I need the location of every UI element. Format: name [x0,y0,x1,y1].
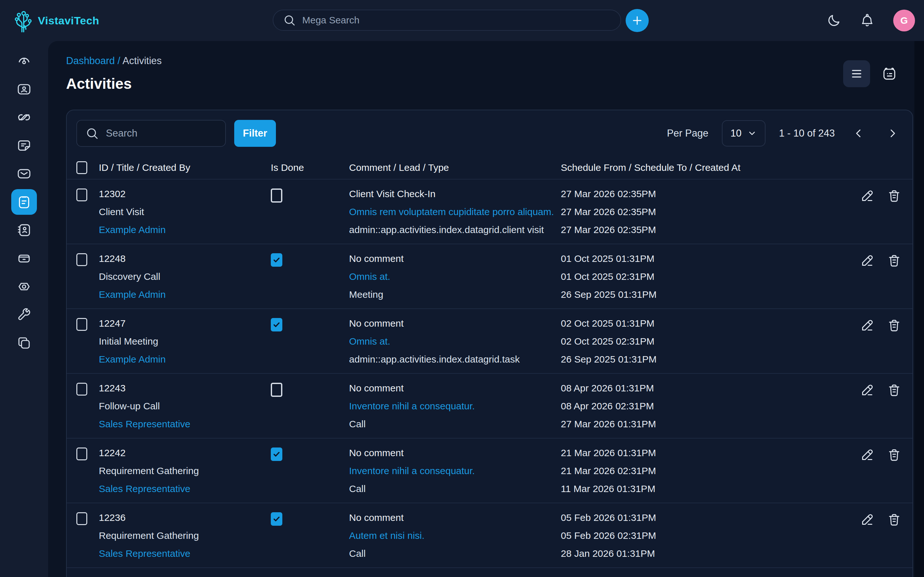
row-select-checkbox[interactable] [76,318,87,331]
list-view-button[interactable] [843,60,870,87]
activity-title: Client Visit [99,206,271,218]
activity-title: Follow-up Call [99,401,271,412]
created-by-link[interactable]: Sales Representative [99,419,271,430]
chevron-right-icon [887,127,898,139]
edit-button[interactable] [860,448,875,462]
datagrid-search-input[interactable]: Search [76,120,226,147]
is-done-checkbox[interactable] [271,512,282,526]
created-by-link[interactable]: Example Admin [99,289,271,300]
scrollbar-track[interactable] [914,41,924,577]
brand-name: VistaviTech [38,15,99,27]
is-done-checkbox[interactable] [271,448,282,461]
breadcrumb: Dashboard / Activities [66,55,162,67]
brand-logo[interactable]: VistaviTech [0,8,180,33]
activity-id: 12247 [99,318,271,329]
activity-comment: No comment [349,253,561,264]
edit-button[interactable] [860,512,875,527]
schedule-cell: 27 Mar 2026 02:35PM 27 Mar 2026 02:35PM … [561,189,816,235]
lead-link[interactable]: Inventore nihil a consequatur. [349,466,561,476]
created-by-link[interactable]: Sales Representative [99,548,271,559]
top-bar: VistaviTech Mega Search [0,0,924,41]
delete-button[interactable] [887,512,901,527]
sidebar-item-mail[interactable] [11,161,37,187]
delete-button[interactable] [887,189,901,203]
main-content: Dashboard / Activities Activities [48,41,924,577]
comment-lead-type-cell: Client Visit Check-In Omnis rem voluptat… [349,189,561,235]
trash-icon [887,318,901,333]
schedule-cell: 02 Oct 2025 01:31PM 02 Oct 2025 02:31PM … [561,318,816,365]
quick-create-button[interactable] [626,9,649,32]
is-done-checkbox[interactable] [271,253,282,267]
is-done-cell [271,189,349,204]
edit-button[interactable] [860,189,875,203]
previous-page-button[interactable] [848,127,869,139]
lead-link[interactable]: Omnis at. [349,336,561,347]
created-by-link[interactable]: Example Admin [99,354,271,365]
settings-icon [16,279,32,294]
per-page-select[interactable]: 10 [722,120,766,147]
lead-link[interactable]: Omnis at. [349,271,561,282]
column-header: Is Done [271,162,349,173]
sidebar-item-products[interactable] [11,245,37,271]
row-select-checkbox[interactable] [76,189,87,201]
activity-type: Call [349,548,561,559]
activity-type: Call [349,484,561,494]
row-select-checkbox[interactable] [76,512,87,525]
breadcrumb-current: Activities [123,55,162,66]
sidebar-item-notes[interactable] [11,133,37,158]
table-row: 12243 Follow-up Call Sales Representativ… [67,373,913,438]
delete-button[interactable] [887,383,901,398]
filter-button[interactable]: Filter [234,120,276,147]
row-select-checkbox[interactable] [76,383,87,396]
created-by-link[interactable]: Sales Representative [99,484,271,494]
lead-link[interactable]: Autem et nisi nisi. [349,530,561,541]
edit-button[interactable] [860,383,875,398]
activity-id: 12243 [99,383,271,394]
pencil-icon [860,253,875,268]
sidebar-item-quotes[interactable] [11,105,37,130]
is-done-checkbox[interactable] [271,383,282,397]
select-all-checkbox[interactable] [76,161,87,174]
column-header: Comment / Lead / Type [349,162,561,173]
lead-link[interactable]: Omnis rem voluptatem cupiditate porro al… [349,206,561,218]
activity-type: admin::app.activities.index.datagrid.cli… [349,224,561,235]
pagination-controls: Per Page 10 1 - 10 of 243 [667,120,903,147]
dark-mode-toggle[interactable] [827,13,841,28]
pencil-icon [860,512,875,527]
lead-link[interactable]: Inventore nihil a consequatur. [349,401,561,412]
created-by-link[interactable]: Example Admin [99,224,271,235]
table-row: 12248 Discovery Call Example Admin No co… [67,243,913,308]
sidebar-item-dashboard[interactable] [11,48,37,74]
mega-search-input[interactable]: Mega Search [273,10,621,31]
notes-icon [16,138,32,153]
row-actions [816,253,903,268]
row-select-checkbox[interactable] [76,253,87,266]
notifications-button[interactable] [860,13,875,28]
edit-button[interactable] [860,253,875,268]
next-page-button[interactable] [882,127,903,139]
breadcrumb-dashboard-link[interactable]: Dashboard / [66,55,120,66]
sidebar-item-data-transfer[interactable] [11,330,37,356]
sidebar-item-contacts[interactable] [11,218,37,243]
edit-button[interactable] [860,318,875,333]
sidebar-item-leads[interactable] [11,76,37,102]
row-actions [816,512,903,527]
delete-button[interactable] [887,318,901,333]
row-select-checkbox[interactable] [76,448,87,460]
table-row: 12236 Requirement Gathering Sales Repres… [67,503,913,567]
is-done-checkbox[interactable] [271,318,282,332]
sidebar-item-activities[interactable] [11,189,37,215]
is-done-checkbox[interactable] [271,189,282,203]
mail-icon [16,166,32,181]
calendar-view-button[interactable] [876,60,903,87]
sidebar-item-configuration[interactable] [11,302,37,327]
delete-button[interactable] [887,448,901,462]
delete-button[interactable] [887,253,901,268]
trash-icon [887,512,901,527]
avatar[interactable]: G [893,10,915,31]
created-at: 27 Mar 2026 01:31PM [561,419,816,430]
sidebar-item-settings[interactable] [11,274,37,300]
activity-type: Meeting [349,289,561,300]
table-body: 12302 Client Visit Example Admin Client … [67,179,913,577]
is-done-cell [271,512,349,526]
